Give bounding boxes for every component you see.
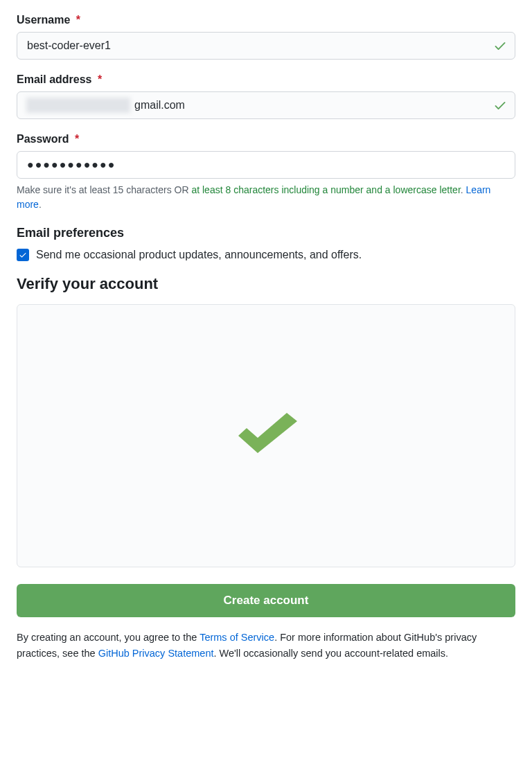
email-input[interactable]: [17, 91, 515, 119]
check-icon: [493, 98, 507, 112]
check-icon: [493, 39, 507, 53]
required-star: *: [76, 14, 80, 26]
required-star: *: [98, 73, 102, 85]
username-input[interactable]: [17, 32, 515, 60]
terms-part1: By creating an account, you agree to the: [17, 632, 200, 643]
terms-part3: . We'll occasionally send you account-re…: [214, 648, 449, 659]
terms-of-service-link[interactable]: Terms of Service: [200, 632, 274, 643]
username-input-wrapper: [17, 32, 515, 60]
email-prefs-heading: Email preferences: [17, 226, 515, 240]
checkbox-check-icon: [19, 251, 27, 259]
password-input-wrapper: [17, 151, 515, 179]
email-label: Email address *: [17, 73, 515, 86]
email-prefs-row: Send me occasional product updates, anno…: [17, 249, 515, 261]
email-input-wrapper: gmail.com: [17, 91, 515, 119]
username-label: Username *: [17, 14, 515, 26]
username-label-text: Username: [17, 14, 70, 26]
email-prefs-checkbox[interactable]: [17, 249, 29, 261]
password-help-prefix: Make sure it's at least 15 characters OR: [17, 184, 191, 195]
password-help-after: .: [461, 184, 466, 195]
password-help-green: at least 8 characters including a number…: [191, 184, 460, 195]
username-group: Username *: [17, 14, 515, 60]
email-prefs-group: Email preferences Send me occasional pro…: [17, 226, 515, 261]
verify-heading: Verify your account: [17, 275, 515, 293]
password-help-period: .: [39, 199, 42, 210]
privacy-statement-link[interactable]: GitHub Privacy Statement: [98, 648, 214, 659]
email-prefs-label: Send me occasional product updates, anno…: [36, 249, 362, 261]
create-account-button[interactable]: Create account: [17, 584, 515, 617]
required-star: *: [75, 133, 79, 145]
email-label-text: Email address: [17, 73, 92, 85]
verify-box: [17, 304, 515, 567]
password-label-text: Password: [17, 133, 69, 145]
password-input[interactable]: [17, 151, 515, 179]
verify-check-icon: [231, 411, 301, 460]
email-group: Email address * gmail.com: [17, 73, 515, 119]
verify-section: Verify your account: [17, 275, 515, 567]
terms-text: By creating an account, you agree to the…: [17, 630, 515, 662]
password-group: Password * Make sure it's at least 15 ch…: [17, 133, 515, 212]
password-label: Password *: [17, 133, 515, 145]
password-help: Make sure it's at least 15 characters OR…: [17, 183, 515, 212]
